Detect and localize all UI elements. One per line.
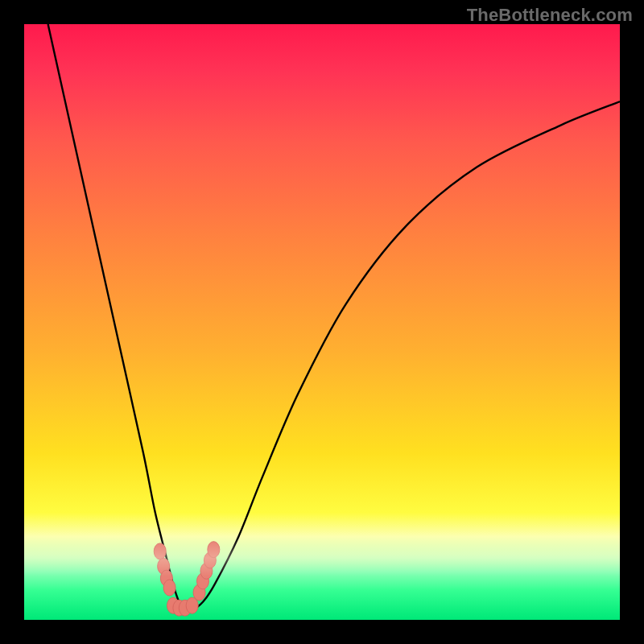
watermark-text: TheBottleneck.com bbox=[467, 5, 633, 26]
data-marker bbox=[154, 543, 166, 559]
bottleneck-curve bbox=[24, 24, 620, 620]
chart-plot-area bbox=[24, 24, 620, 620]
data-marker bbox=[163, 580, 175, 596]
data-marker bbox=[208, 542, 220, 558]
